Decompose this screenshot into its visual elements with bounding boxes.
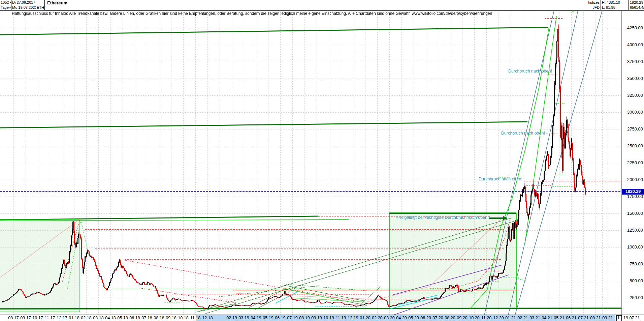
time-axis-label: 09.20 bbox=[457, 316, 467, 320]
time-axis-label: 11.17 bbox=[45, 316, 55, 320]
time-axis-label: 11.19 bbox=[336, 316, 346, 320]
time-axis-label: 09.19 bbox=[311, 316, 322, 320]
time-axis-label: 06.20 bbox=[420, 316, 431, 320]
time-axis-label: 03.21 bbox=[529, 316, 540, 320]
time-axis-label: 05.21 bbox=[554, 316, 564, 320]
time-axis-label: 04.18 bbox=[105, 316, 116, 320]
price-axis-label: 1750.00 bbox=[627, 194, 643, 199]
time-axis-label: 11.20 bbox=[481, 316, 491, 320]
price-axis-label: 1500.00 bbox=[627, 211, 643, 216]
disclaimer-text: Haftungsausschluss für Inhalte: Alle Tre… bbox=[12, 11, 492, 16]
chevron-down-icon: ▾ bbox=[9, 6, 11, 9]
price-axis-label: 2250.00 bbox=[627, 160, 643, 165]
title-bar: 1052 ▾ Di 27.06.2017 Tage ▾ Mo 19.07.202… bbox=[0, 0, 644, 11]
price-axis-label: 3500.00 bbox=[627, 76, 643, 81]
price-axis-label: 4250.00 bbox=[627, 25, 643, 30]
price-axis-label: 500.00 bbox=[630, 278, 643, 283]
time-axis-label: 01.20 bbox=[360, 316, 370, 320]
symbol-value: ETH bbox=[37, 5, 44, 9]
time-axis-label: 05.20 bbox=[408, 316, 419, 320]
time-axis-label: 02.18 bbox=[81, 316, 91, 320]
chart-title: Ethereum bbox=[47, 0, 67, 5]
last-bar-date: 19.07.21 bbox=[623, 316, 640, 320]
time-axis-label: 08.17 bbox=[8, 316, 19, 320]
time-axis[interactable]: L 19.07.21 08.1709.1710.1711.1712.1701.1… bbox=[0, 315, 644, 321]
time-axis-label: 09.18 bbox=[166, 316, 176, 320]
time-axis-label: 10.18 bbox=[178, 316, 188, 320]
time-axis-label: 08.18 bbox=[154, 316, 164, 320]
price-axis-label: 2750.00 bbox=[627, 126, 643, 132]
time-axis-label: 08.19 bbox=[299, 316, 310, 320]
low-value: L: 81.98 bbox=[601, 5, 629, 10]
time-axis-label: 02.21 bbox=[517, 316, 528, 320]
time-axis-label: 03.20 bbox=[384, 316, 394, 320]
time-axis-label: 11.18 bbox=[190, 316, 200, 320]
price-axis-label: 2500.00 bbox=[627, 143, 643, 148]
price-axis-label: 2000.00 bbox=[627, 177, 643, 182]
time-axis-label: 03.19 bbox=[238, 316, 249, 320]
price-axis[interactable]: 1820.29 4250.004000.003750.003500.003250… bbox=[621, 10, 644, 315]
last-date-value: Mo 19.07.2021 bbox=[12, 5, 36, 9]
time-axis-label: 04.20 bbox=[396, 316, 407, 320]
time-axis-label: 07.20 bbox=[432, 316, 443, 320]
time-axis-label: 03.18 bbox=[93, 316, 103, 320]
header-right-cells: Indizes H: 4381.10 1820.29 JFD L: 81.98 … bbox=[580, 0, 644, 10]
header-spacer bbox=[36, 0, 45, 5]
chevron-down-icon: ▾ bbox=[9, 1, 11, 4]
time-axis-label: 02.19 bbox=[226, 316, 237, 320]
last-value: 1820.29 bbox=[629, 0, 644, 5]
header-left-cells: 1052 ▾ Di 27.06.2017 Tage ▾ Mo 19.07.202… bbox=[0, 0, 45, 10]
time-axis-label: 06.21 bbox=[566, 316, 576, 320]
time-axis-label: 12.18 bbox=[202, 316, 213, 320]
price-axis-label: 3250.00 bbox=[627, 93, 643, 98]
annotation-breakout-1: Durchbruch nach oben! bbox=[508, 69, 552, 74]
taipan-chart-window: 1052 ▾ Di 27.06.2017 Tage ▾ Mo 19.07.202… bbox=[0, 0, 644, 321]
price-axis-label: 750.00 bbox=[630, 261, 643, 266]
annotation-breakout-3: Durchbruch nach oben! bbox=[479, 177, 522, 181]
time-axis-label: 12.19 bbox=[348, 316, 358, 320]
price-axis-label: 1250.00 bbox=[627, 228, 643, 233]
time-axis-label: 09.17 bbox=[20, 316, 31, 320]
time-axis-label: 01.18 bbox=[69, 316, 79, 320]
period-dropdown[interactable]: Tage ▾ bbox=[0, 5, 11, 10]
time-axis-label: 06.18 bbox=[129, 316, 140, 320]
time-axis-label: 02.20 bbox=[372, 316, 382, 320]
price-axis-label: 1000.00 bbox=[627, 244, 643, 250]
last-date-cell[interactable]: Mo 19.07.2021 bbox=[11, 5, 36, 10]
index-group-label: Indizes bbox=[580, 0, 601, 5]
time-axis-label: 04.21 bbox=[542, 316, 552, 320]
time-axis-label: 10.17 bbox=[32, 316, 43, 320]
time-axis-label: 12.17 bbox=[57, 316, 67, 320]
time-axis-label: 04.19 bbox=[251, 316, 261, 320]
price-axis-label: 250.00 bbox=[630, 295, 643, 300]
first-date-value: Di 27.06.2017 bbox=[12, 0, 35, 4]
time-axis-label: 08.21 bbox=[590, 316, 601, 320]
period-value: Tage bbox=[1, 5, 9, 9]
time-axis-label: 10.19 bbox=[323, 316, 334, 320]
time-axis-label: 05.18 bbox=[117, 316, 128, 320]
time-axis-label: 07.19 bbox=[287, 316, 297, 320]
price-axis-label: 4000.00 bbox=[627, 42, 643, 47]
time-axis-label: 10.20 bbox=[469, 316, 479, 320]
extra-value: 65614.4/1 bbox=[629, 5, 644, 10]
feed-label: JFD bbox=[580, 5, 601, 10]
time-axis-label: 05.19 bbox=[263, 316, 273, 320]
bars-count-dropdown[interactable]: 1052 ▾ bbox=[0, 0, 11, 5]
price-axis-label: 3000.00 bbox=[627, 110, 643, 115]
first-date-cell[interactable]: Di 27.06.2017 bbox=[11, 0, 36, 5]
annotation-breakout-2: Durchbruch nach oben! bbox=[501, 131, 545, 136]
last-bar-badge: L bbox=[616, 315, 622, 321]
time-axis-label: 06.19 bbox=[275, 316, 285, 320]
bars-count-value: 1052 bbox=[1, 0, 9, 4]
time-axis-label: 09.21 bbox=[602, 316, 613, 320]
time-axis-label: 07.21 bbox=[578, 316, 588, 320]
candlestick-chart-canvas[interactable] bbox=[0, 0, 621, 315]
price-axis-label: 3750.00 bbox=[627, 59, 643, 64]
high-value: H: 4381.10 bbox=[601, 0, 629, 5]
symbol-cell: ETH bbox=[36, 5, 45, 10]
time-axis-label: 12.20 bbox=[493, 316, 504, 320]
annotation-major-breakout: Hier gelingt der wichtigste Durchbruch n… bbox=[395, 215, 489, 220]
time-axis-label: 07.18 bbox=[141, 316, 152, 320]
time-axis-label: 08.20 bbox=[445, 316, 455, 320]
time-axis-label: 01.21 bbox=[505, 316, 516, 320]
